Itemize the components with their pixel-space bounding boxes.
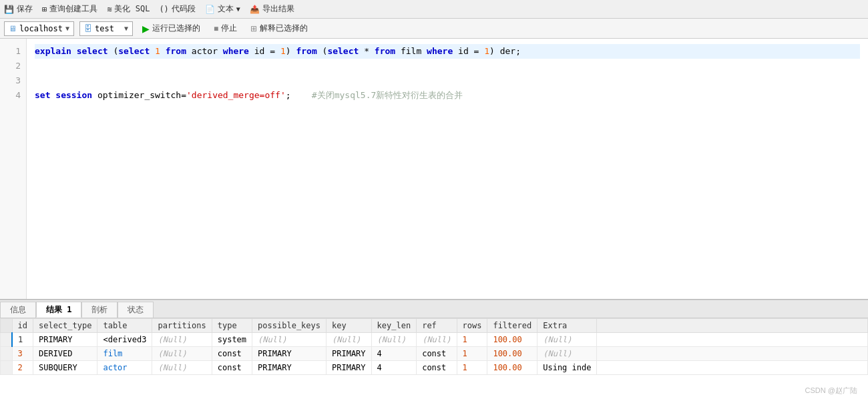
- export-icon: 📤: [250, 5, 260, 14]
- watermark: CSDN @赵广陆: [805, 386, 857, 396]
- explain-icon: ⊞: [250, 24, 257, 33]
- th-type[interactable]: type: [212, 319, 252, 333]
- query-builder-button[interactable]: ⊞ 查询创建工具: [42, 3, 97, 15]
- cell-filtered: 100.00: [487, 333, 537, 347]
- cell-spacer: [597, 333, 868, 347]
- beautify-sql-button[interactable]: ≋ 美化 SQL: [107, 3, 150, 15]
- cell-key: (Null): [327, 333, 372, 347]
- th-key[interactable]: key: [327, 319, 372, 333]
- cell-partitions: (Null): [152, 333, 212, 347]
- db-dropdown-icon: ▼: [124, 25, 128, 32]
- th-spacer: [597, 319, 868, 333]
- line-numbers: 1 2 3 4: [0, 39, 27, 299]
- cell-possible-keys: PRIMARY: [252, 361, 327, 375]
- cell-key: PRIMARY: [327, 361, 372, 375]
- text-dropdown-icon: ▼: [236, 5, 240, 13]
- row-indicator-cell: [1, 361, 13, 375]
- th-ref[interactable]: ref: [417, 319, 457, 333]
- play-icon: ▶: [142, 23, 150, 34]
- cell-rows: 1: [457, 347, 487, 361]
- host-select[interactable]: 🖥 localhost ▼: [4, 21, 74, 36]
- cell-type: const: [212, 347, 252, 361]
- cell-ref: const: [417, 347, 457, 361]
- cell-table: film: [97, 347, 152, 361]
- th-possible-keys[interactable]: possible_keys: [252, 319, 327, 333]
- cell-id: 3: [12, 347, 33, 361]
- cell-select-type: PRIMARY: [33, 333, 97, 347]
- cell-possible-keys: PRIMARY: [252, 347, 327, 361]
- code-line-2: [35, 59, 860, 73]
- code-area[interactable]: explain select (select 1 from actor wher…: [27, 39, 868, 299]
- table-row[interactable]: 1 PRIMARY <derived3 (Null) system (Null)…: [1, 333, 868, 347]
- cell-key: PRIMARY: [327, 347, 372, 361]
- cell-filtered: 100.00: [487, 347, 537, 361]
- query-builder-icon: ⊞: [42, 5, 47, 14]
- cell-spacer: [597, 347, 868, 361]
- cell-id: 1: [12, 333, 33, 347]
- th-select-type[interactable]: select_type: [33, 319, 97, 333]
- cell-type: const: [212, 361, 252, 375]
- tab-results[interactable]: 结果 1: [36, 302, 81, 318]
- tab-status[interactable]: 状态: [118, 302, 154, 318]
- stop-icon: ■: [214, 24, 218, 33]
- code-snippet-button[interactable]: () 代码段: [159, 3, 195, 15]
- connection-bar: 🖥 localhost ▼ 🗄 test ▼ ▶ 运行已选择的 ■ 停止 ⊞ 解…: [0, 19, 868, 39]
- toolbar: 💾 保存 ⊞ 查询创建工具 ≋ 美化 SQL () 代码段 📄 文本 ▼ 📤 导…: [0, 0, 868, 19]
- row-indicator-cell: [1, 333, 13, 347]
- cell-select-type: DERIVED: [33, 347, 97, 361]
- cell-table: actor: [97, 361, 152, 375]
- cell-table: <derived3: [97, 333, 152, 347]
- cell-filtered: 100.00: [487, 361, 537, 375]
- th-rows[interactable]: rows: [457, 319, 487, 333]
- th-table[interactable]: table: [97, 319, 152, 333]
- th-indicator: [1, 319, 13, 333]
- save-button[interactable]: 💾 保存: [4, 3, 33, 15]
- save-icon: 💾: [4, 5, 14, 14]
- code-editor[interactable]: 1 2 3 4 explain select (select 1 from ac…: [0, 39, 868, 299]
- cell-extra: Using inde: [537, 361, 597, 375]
- code-line-1: explain select (select 1 from actor wher…: [35, 44, 860, 59]
- th-key-len[interactable]: key_len: [371, 319, 417, 333]
- bottom-tabs: 信息 结果 1 剖析 状态: [0, 300, 868, 318]
- cell-spacer: [597, 361, 868, 375]
- table-row[interactable]: 3 DERIVED film (Null) const PRIMARY PRIM…: [1, 347, 868, 361]
- th-filtered[interactable]: filtered: [487, 319, 537, 333]
- table-row[interactable]: 2 SUBQUERY actor (Null) const PRIMARY PR…: [1, 361, 868, 375]
- host-icon: 🖥: [9, 24, 17, 33]
- cell-select-type: SUBQUERY: [33, 361, 97, 375]
- code-line-4: set session optimizer_switch='derived_me…: [35, 88, 860, 103]
- cell-rows: 1: [457, 361, 487, 375]
- explain-button[interactable]: ⊞ 解释已选择的: [246, 21, 312, 35]
- cell-id: 2: [12, 361, 33, 375]
- database-select[interactable]: 🗄 test ▼: [79, 21, 133, 36]
- th-partitions[interactable]: partitions: [152, 319, 212, 333]
- results-table: id select_type table partitions type pos…: [0, 318, 868, 375]
- text-button[interactable]: 📄 文本 ▼: [205, 3, 240, 15]
- bottom-section: 信息 结果 1 剖析 状态 id select_type table parti…: [0, 299, 868, 401]
- cell-type: system: [212, 333, 252, 347]
- cell-rows: 1: [457, 333, 487, 347]
- host-dropdown-icon: ▼: [65, 25, 69, 32]
- cell-extra: (Null): [537, 333, 597, 347]
- th-id[interactable]: id: [12, 319, 33, 333]
- tab-info[interactable]: 信息: [0, 302, 36, 318]
- run-selected-button[interactable]: ▶ 运行已选择的: [138, 21, 204, 35]
- results-table-wrapper[interactable]: id select_type table partitions type pos…: [0, 318, 868, 401]
- code-icon: (): [159, 5, 168, 14]
- table-header-row: id select_type table partitions type pos…: [1, 319, 868, 333]
- beautify-icon: ≋: [107, 5, 112, 14]
- cell-ref: const: [417, 361, 457, 375]
- tab-profiling[interactable]: 剖析: [81, 302, 118, 318]
- code-line-3: [35, 73, 860, 88]
- row-indicator-cell: [1, 347, 13, 361]
- cell-ref: (Null): [417, 333, 457, 347]
- export-button[interactable]: 📤 导出结果: [250, 3, 294, 15]
- th-extra[interactable]: Extra: [537, 319, 597, 333]
- text-icon: 📄: [205, 5, 215, 14]
- db-icon: 🗄: [84, 24, 92, 33]
- cell-extra: (Null): [537, 347, 597, 361]
- stop-button[interactable]: ■ 停止: [210, 21, 241, 35]
- cell-possible-keys: (Null): [252, 333, 327, 347]
- cell-partitions: (Null): [152, 361, 212, 375]
- cell-partitions: (Null): [152, 347, 212, 361]
